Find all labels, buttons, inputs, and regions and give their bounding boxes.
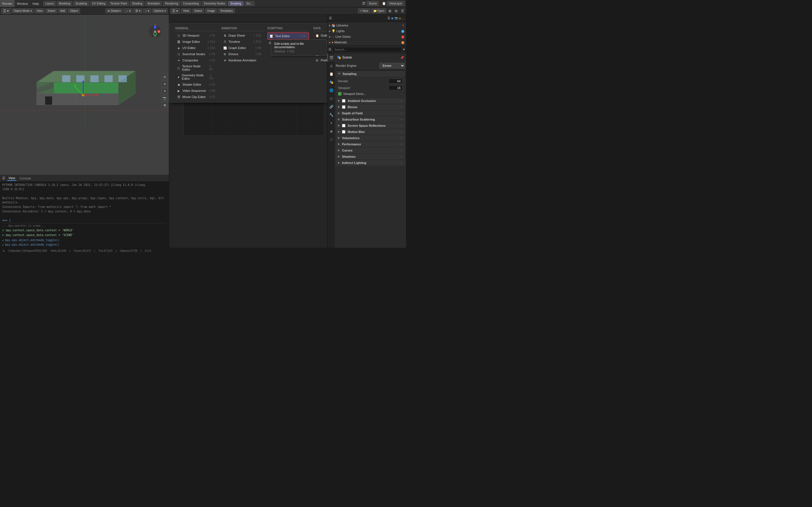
header-icon2[interactable]: ⊟ xyxy=(394,8,399,13)
right-templates-btn[interactable]: Templates xyxy=(218,8,235,13)
layout-dropdown[interactable]: Layout xyxy=(43,1,56,6)
move-tool[interactable]: ✦ xyxy=(161,88,168,94)
volumetrics-more[interactable]: ⋯ xyxy=(400,136,403,140)
add-btn[interactable]: Add xyxy=(58,8,67,13)
tree-item-lights[interactable]: ▶ 💡 Lights ⬤ xyxy=(327,28,406,34)
props-tab-world[interactable]: 🌐 xyxy=(327,87,335,94)
pin-icon[interactable]: 📌 xyxy=(400,56,404,59)
console-view-tab[interactable]: View xyxy=(7,176,16,181)
volumetrics-header[interactable]: Volumetrics ⋯ xyxy=(336,135,405,141)
snap-btn[interactable]: ⦿ ▾ xyxy=(133,8,142,13)
cursor-tool[interactable]: ✛ xyxy=(161,81,168,87)
curves-header[interactable]: Curves ⋯ xyxy=(336,148,405,153)
sss-more[interactable]: ⋯ xyxy=(400,118,403,121)
options-btn[interactable]: Options ▾ xyxy=(152,8,168,13)
viewport-value[interactable]: 16 xyxy=(389,86,403,91)
indirect-header[interactable]: Indirect Lighting ⋯ xyxy=(336,160,405,166)
header-icon3[interactable]: ☰ xyxy=(400,8,405,13)
header-icon1[interactable]: ⊞ xyxy=(388,8,393,13)
view-layer-selector[interactable]: ViewLayer xyxy=(387,1,404,6)
menu-graph-editor[interactable]: 📈 Graph Editor ⇧ F6 xyxy=(221,45,263,51)
menu-video-seq[interactable]: ▶ Video Sequencer ⇧ F8 xyxy=(175,88,217,94)
menu-uv-editor[interactable]: ◈ UV Editor ⇧ F10 xyxy=(175,45,217,51)
menu-preferences[interactable]: ⚙ Preferences xyxy=(313,57,327,63)
scripting-tab-btn[interactable]: Scripting xyxy=(229,1,243,6)
indirect-more[interactable]: ⋯ xyxy=(400,161,403,165)
menu-shader[interactable]: ◉ Shader Editor ⇧ F3 xyxy=(175,81,217,88)
render-value[interactable]: 64 xyxy=(389,78,403,83)
editor-area[interactable]: UV Editor 4 FlO xyxy=(169,15,327,248)
outliner-camera-icon[interactable]: 📷 xyxy=(395,17,398,20)
menu-sverchok[interactable]: ⬡ Sverchok Nodes ⇧ F3 xyxy=(175,51,217,57)
viewport-denoise-checkbox[interactable]: ✓ xyxy=(338,92,342,96)
ao-checkbox[interactable] xyxy=(342,99,345,103)
camera-tool[interactable]: 📷 xyxy=(161,95,168,101)
right-select-btn[interactable]: Select xyxy=(192,8,204,13)
bloom-header[interactable]: Bloom ⋯ xyxy=(336,104,405,110)
ssr-more[interactable]: ⋯ xyxy=(400,124,403,127)
props-tab-constraints[interactable]: 🔗 xyxy=(327,103,335,111)
props-tab-view[interactable]: 📋 xyxy=(327,70,335,78)
render-engine-select[interactable]: Eevee Cycles Workbench xyxy=(379,63,405,68)
ssr-checkbox[interactable] xyxy=(342,124,345,127)
props-tab-particles[interactable]: ✦ xyxy=(327,119,335,127)
right-editor-type-btn[interactable]: ☰ ▾ xyxy=(170,8,180,14)
props-tab-material[interactable]: ⬡ xyxy=(327,135,335,144)
object-mode-btn[interactable]: Object Mode ▾ xyxy=(11,8,34,13)
dof-more[interactable]: ⋯ xyxy=(400,112,403,115)
object-btn[interactable]: Object xyxy=(68,8,80,13)
props-tab-render[interactable]: 🎬 xyxy=(327,54,335,62)
sculpting-tab-btn[interactable]: Sculpting xyxy=(73,1,89,6)
global-btn[interactable]: ⊕ Global ▾ xyxy=(105,8,123,13)
select-box-tool[interactable]: ⊡ xyxy=(161,74,168,80)
props-tab-output[interactable]: 🖨 xyxy=(327,62,335,70)
texture-paint-tab-btn[interactable]: Texture Paint xyxy=(109,1,129,6)
menu-texture-node[interactable]: ◻ Texture Node Editor ⇧ F3 xyxy=(175,63,217,72)
bloom-more[interactable]: ⋯ xyxy=(400,106,403,109)
props-tab-scene[interactable]: 🎭 xyxy=(327,78,335,86)
console-output[interactable]: PYTHON INTERACTIVE CONSOLE 3.10.2 (main,… xyxy=(0,182,169,248)
menu-text-editor[interactable]: 📝 Text Editor ⇧ F11 xyxy=(267,33,309,40)
tree-item-libraries[interactable]: ▶ 📚 Libraries ✎ xyxy=(327,22,406,28)
menu-timeline[interactable]: ⏱ Timeline ⇧ F12 xyxy=(221,39,263,45)
libraries-edit-icon[interactable]: ✎ xyxy=(402,24,404,27)
props-search-input[interactable] xyxy=(333,47,402,52)
performance-more[interactable]: ⋯ xyxy=(400,143,403,146)
motionblur-checkbox[interactable] xyxy=(342,130,345,133)
menu-dope-sheet[interactable]: ≣ Dope Sheet ⇧ F12 xyxy=(221,33,263,39)
select-btn[interactable]: Select xyxy=(45,8,57,13)
console-tab[interactable]: Console xyxy=(18,176,32,180)
viewport-denoise-more[interactable]: ⋯ xyxy=(400,93,403,96)
ao-header[interactable]: Ambient Occlusion ⋯ xyxy=(336,98,405,104)
menu-geometry-node[interactable]: ● Geometry Node Editor ⇧ F3 xyxy=(175,72,217,81)
props-tab-object[interactable]: ⊡ xyxy=(327,95,335,103)
props-tab-modifier[interactable]: 🔧 xyxy=(327,111,335,119)
right-view-btn[interactable]: View xyxy=(181,8,191,13)
3d-viewport[interactable]: User Perspective (1) Collection | IfcSpa… xyxy=(0,7,169,175)
menu-nla[interactable]: ⇌ Nonlinear Animation xyxy=(221,57,263,63)
open-btn[interactable]: 📁 Open xyxy=(371,8,386,13)
grid-tool[interactable]: ⊞ xyxy=(161,102,168,108)
menu-compositor[interactable]: ✦ Compositor ⇧ F3 xyxy=(175,57,217,63)
ao-more[interactable]: ⋯ xyxy=(400,100,403,103)
menu-movie-clip[interactable]: 🎬 Movie Clip Editor ⇧ F2 xyxy=(175,94,217,100)
tree-item-materials[interactable]: ▶ ● Materials ⬤ xyxy=(327,40,406,45)
menu-drivers[interactable]: ⚙ Drivers ⇧ F6 xyxy=(221,51,263,57)
ssr-header[interactable]: Screen Space Reflections ⋯ xyxy=(336,123,405,128)
editor-type-btn[interactable]: ☰ ▾ xyxy=(1,8,11,14)
render-menu[interactable]: Render xyxy=(0,0,15,7)
sci-tab-btn[interactable]: Sci... xyxy=(245,1,255,6)
sss-header[interactable]: Subsurface Scattering ⋯ xyxy=(336,117,405,122)
window-menu[interactable]: Window xyxy=(15,0,30,7)
modeling-tab-btn[interactable]: Modeling xyxy=(57,1,72,6)
dof-header[interactable]: Depth of Field ⋯ xyxy=(336,110,405,116)
help-menu[interactable]: Help xyxy=(30,0,41,7)
props-expand-btn[interactable]: ▾ xyxy=(403,48,405,51)
motionblur-header[interactable]: Motion Blur ⋯ xyxy=(336,129,405,135)
transform-btn[interactable]: ↔ ▾ xyxy=(123,8,133,13)
tree-item-linestyles[interactable]: ▶ — Line Styles ⬤ xyxy=(327,34,406,40)
new-btn[interactable]: + New xyxy=(358,8,370,13)
menu-image-editor[interactable]: 🖼 Image Editor ⇧ F10 xyxy=(175,39,217,45)
animation-tab-btn[interactable]: Animation xyxy=(146,1,162,6)
scene-selector[interactable]: Scene xyxy=(367,1,378,6)
